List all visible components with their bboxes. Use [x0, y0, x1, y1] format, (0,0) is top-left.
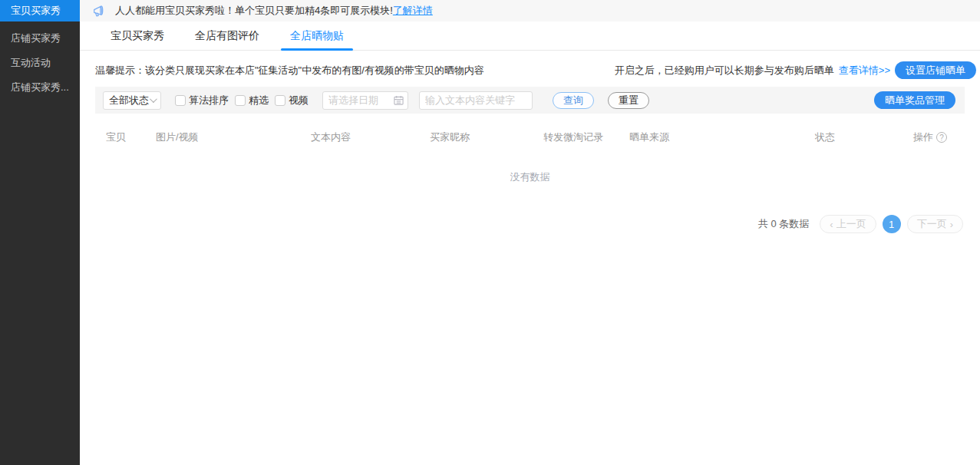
column-action-label: 操作: [913, 130, 933, 144]
chevron-left-icon: ‹: [830, 219, 833, 230]
chevron-right-icon: ›: [950, 219, 953, 230]
status-select-value: 全部状态: [109, 94, 149, 107]
sidebar-item-item-buyer-show[interactable]: 宝贝买家秀: [0, 0, 80, 21]
notice-right-text: 开启之后，已经购用户可以长期参与发布购后晒单: [615, 64, 834, 78]
tab-item-buyer-show[interactable]: 宝贝买家秀: [95, 21, 180, 50]
prize-manage-button[interactable]: 晒单奖品管理: [874, 91, 955, 109]
status-select[interactable]: 全部状态: [103, 91, 161, 110]
page-number-1[interactable]: 1: [883, 215, 901, 233]
notice-row: 温馨提示：该分类只展现买家在本店"征集活动"中发布的有图/有视频的带宝贝的晒物内…: [95, 61, 976, 79]
date-picker[interactable]: [322, 91, 408, 110]
video-checkbox[interactable]: 视频: [275, 94, 309, 107]
sidebar-item-shop-buyer-show-more[interactable]: 店铺买家秀...: [0, 75, 80, 99]
column-text-content: 文本内容: [311, 130, 430, 144]
total-count: 共 0 条数据: [758, 217, 809, 231]
tab-bar: 宝贝买家秀 全店有图评价 全店晒物贴: [80, 21, 980, 51]
announcement-link[interactable]: 了解详情: [393, 4, 433, 18]
main-content: 人人都能用宝贝买家秀啦！单个宝贝只要加精4条即可展示模块! 了解详情 宝贝买家秀…: [80, 0, 980, 465]
chevron-down-icon: [150, 95, 157, 103]
setup-store-show-button[interactable]: 设置店铺晒单: [895, 61, 976, 79]
column-action: 操作 ?: [913, 130, 965, 144]
algorithm-sort-checkbox[interactable]: 算法排序: [175, 94, 229, 107]
table-header: 宝贝 图片/视频 文本内容 买家昵称 转发微淘记录 晒单来源 状态 操作 ?: [95, 130, 965, 144]
keyword-input[interactable]: [419, 91, 533, 110]
featured-checkbox[interactable]: 精选: [235, 94, 269, 107]
sidebar-item-interactive-activity[interactable]: 互动活动: [0, 51, 80, 74]
announcement-text: 人人都能用宝贝买家秀啦！单个宝贝只要加精4条即可展示模块!: [115, 4, 393, 18]
column-buyer-nickname: 买家昵称: [430, 130, 543, 144]
query-button[interactable]: 查询: [553, 92, 594, 109]
sidebar-item-shop-buyer-show[interactable]: 店铺买家秀: [0, 26, 80, 50]
megaphone-icon: [92, 5, 107, 18]
view-details-link[interactable]: 查看详情>>: [839, 64, 890, 78]
help-icon[interactable]: ?: [936, 132, 947, 143]
filter-bar: 全部状态 算法排序 精选 视频: [95, 87, 965, 114]
algorithm-sort-label: 算法排序: [189, 94, 229, 107]
checkbox-icon[interactable]: [275, 95, 285, 106]
sidebar: 宝贝买家秀 店铺买家秀 互动活动 店铺买家秀...: [0, 0, 80, 465]
prev-page-button[interactable]: ‹ 上一页: [820, 215, 876, 233]
column-show-source: 晒单来源: [629, 130, 815, 144]
column-weitao-repost: 转发微淘记录: [543, 130, 629, 144]
calendar-icon[interactable]: [394, 95, 404, 107]
prev-page-label: 上一页: [836, 217, 866, 231]
checkbox-icon[interactable]: [235, 95, 246, 106]
tab-store-photo-reviews[interactable]: 全店有图评价: [180, 21, 275, 50]
checkbox-icon[interactable]: [175, 95, 186, 106]
next-page-label: 下一页: [917, 217, 947, 231]
column-status: 状态: [815, 130, 913, 144]
pagination: 共 0 条数据 ‹ 上一页 1 下一页 ›: [80, 215, 963, 233]
tab-store-show-posts[interactable]: 全店晒物贴: [275, 21, 359, 50]
notice-tip: 温馨提示：该分类只展现买家在本店"征集活动"中发布的有图/有视频的带宝贝的晒物内…: [95, 64, 484, 78]
empty-state: 没有数据: [80, 170, 980, 184]
announcement-bar: 人人都能用宝贝买家秀啦！单个宝贝只要加精4条即可展示模块! 了解详情: [80, 0, 980, 21]
column-image-video: 图片/视频: [156, 130, 311, 144]
video-label: 视频: [289, 94, 309, 107]
featured-label: 精选: [249, 94, 269, 107]
reset-button[interactable]: 重置: [608, 92, 649, 109]
column-item: 宝贝: [106, 130, 156, 144]
app-window: 宝贝买家秀 店铺买家秀 互动活动 店铺买家秀... 人人都能用宝贝买家秀啦！单个…: [0, 0, 980, 465]
next-page-button[interactable]: 下一页 ›: [907, 215, 963, 233]
